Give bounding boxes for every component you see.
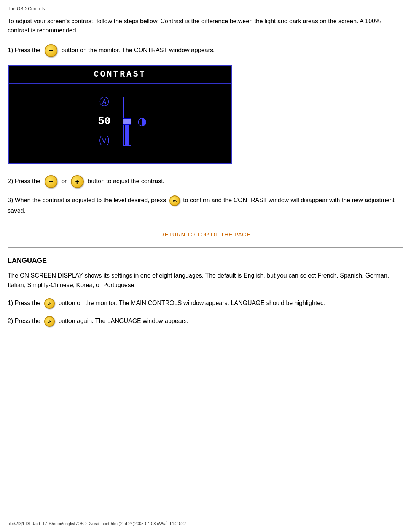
step2-suffix: button to adjust the contrast.	[88, 178, 164, 184]
step1-prefix: 1) Press the	[8, 47, 40, 53]
ok-button-lang-step2[interactable]: ok	[44, 316, 55, 327]
contrast-value: 50	[98, 115, 111, 127]
step1-suffix: button on the monitor. The CONTRAST wind…	[61, 47, 215, 53]
minus-button-step2[interactable]: −	[45, 175, 57, 188]
ok-button-lang-step1[interactable]: ok	[44, 298, 55, 309]
down-arrow-icon: ⒱	[99, 134, 109, 147]
lang-step1-suffix: button on the monitor. The MAIN CONTROLS…	[58, 300, 325, 306]
lang-step1-prefix: 1) Press the	[8, 300, 40, 306]
return-link-container: RETURN TO TOP OF THE PAGE	[8, 231, 403, 238]
minus-button-step1[interactable]: −	[45, 44, 57, 57]
step3-prefix: 3) When the contrast is adjusted to the …	[8, 197, 166, 203]
contrast-title: CONTRAST	[9, 66, 231, 84]
step2-prefix: 2) Press the	[8, 178, 40, 184]
page-title: The OSD Controls	[8, 4, 403, 11]
section-divider	[8, 247, 403, 248]
lang-step1-container: 1) Press the ok button on the monitor. T…	[8, 298, 403, 309]
step3-container: 3) When the contrast is adjusted to the …	[8, 195, 403, 216]
contrast-circle-icon: ◑	[137, 115, 147, 127]
lang-step2-suffix: button again. The LANGUAGE window appear…	[58, 318, 188, 324]
language-heading: LANGUAGE	[8, 257, 403, 265]
contrast-content: Ⓐ 50 ⒱ ◑	[9, 84, 231, 155]
footer: file:///D|/EDFU/crt_17_6/edoc/english/OS…	[0, 519, 411, 528]
slider-fill	[125, 121, 129, 145]
step2-or: or	[61, 178, 67, 184]
lang-step2-container: 2) Press the ok button again. The LANGUA…	[8, 316, 403, 327]
step1-container: 1) Press the − button on the monitor. Th…	[8, 44, 403, 57]
step2-container: 2) Press the − or + button to adjust the…	[8, 175, 403, 188]
footer-text: file:///D|/EDFU/crt_17_6/edoc/english/OS…	[8, 521, 186, 526]
lang-step2-prefix: 2) Press the	[8, 318, 40, 324]
return-to-top-link[interactable]: RETURN TO TOP OF THE PAGE	[160, 231, 250, 238]
contrast-window: CONTRAST Ⓐ 50 ⒱ ◑	[8, 65, 232, 164]
slider-thumb	[123, 118, 131, 125]
intro-text: To adjust your screen's contrast, follow…	[8, 17, 403, 35]
page-container: The OSD Controls To adjust your screen's…	[0, 0, 411, 532]
language-intro: The ON SCREEN DISPLAY shows its settings…	[8, 271, 403, 290]
contrast-slider	[123, 97, 131, 146]
up-arrow-icon: Ⓐ	[99, 95, 109, 109]
plus-button-step2[interactable]: +	[71, 175, 84, 188]
ok-button-step3[interactable]: ok	[169, 195, 180, 206]
